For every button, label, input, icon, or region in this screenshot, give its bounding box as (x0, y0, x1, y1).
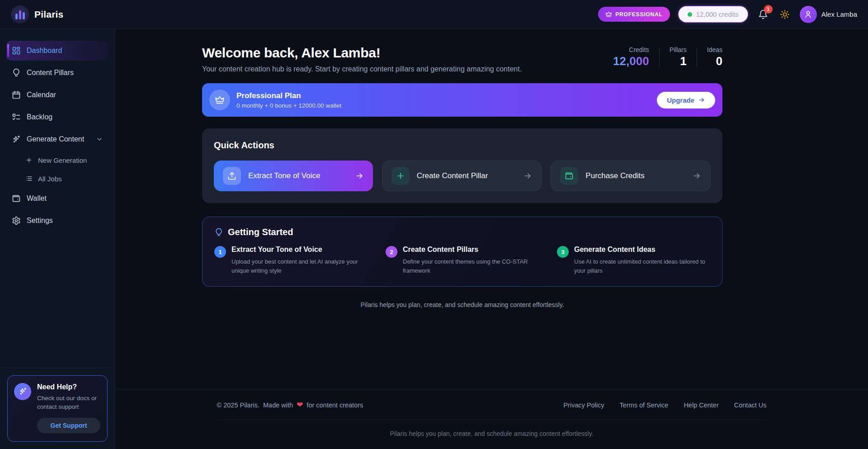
step-number-badge: 3 (557, 246, 569, 258)
help-card: Need Help? Check out our docs or contact… (7, 375, 108, 442)
sidebar-item-label: Content Pillars (27, 69, 74, 77)
upgrade-button[interactable]: Upgrade (657, 92, 715, 109)
divider (659, 48, 660, 67)
top-header: Pilaris PROFESSIONAL 12,000 credits 1 (0, 0, 868, 29)
user-menu[interactable]: Alex Lamba (800, 6, 857, 23)
brand[interactable]: Pilaris (11, 5, 63, 24)
get-support-button[interactable]: Get Support (37, 418, 100, 433)
sidebar-item-label: Generate Content (27, 135, 84, 143)
extract-tone-of-voice-button[interactable]: Extract Tone of Voice (214, 161, 373, 191)
step-title: Generate Content Ideas (574, 246, 710, 254)
footer-links: Privacy Policy Terms of Service Help Cen… (563, 402, 766, 409)
sparkles-help-icon (14, 383, 31, 400)
quick-actions-panel: Quick Actions Extract Tone of Voice (202, 128, 722, 203)
user-name: Alex Lamba (821, 10, 857, 18)
heart-icon: ❤ (297, 401, 303, 409)
theme-toggle-button[interactable] (778, 8, 792, 21)
upgrade-button-label: Upgrade (667, 96, 694, 104)
main-content: Welcome back, Alex Lamba! Your content c… (115, 29, 868, 449)
sidebar-item-settings[interactable]: Settings (6, 211, 108, 231)
divider (697, 48, 697, 67)
crown-icon (209, 90, 230, 110)
sidebar-item-wallet[interactable]: Wallet (6, 189, 108, 208)
sidebar-item-label: New Generation (38, 156, 87, 164)
upload-icon (223, 167, 241, 185)
step-title: Create Content Pillars (403, 246, 539, 254)
page-title: Welcome back, Alex Lamba! (202, 45, 522, 61)
logo-bar (23, 12, 25, 19)
action-label: Create Content Pillar (417, 171, 488, 180)
getting-started-step-1: 1 Extract Your Tone of Voice Upload your… (214, 246, 368, 275)
sidebar-item-backlog[interactable]: Backlog (6, 107, 108, 127)
step-number-badge: 2 (386, 246, 397, 258)
main-tagline: Pilaris helps you plan, create, and sche… (202, 301, 722, 308)
stat-value: 0 (707, 54, 722, 68)
notification-count-badge: 1 (764, 5, 773, 14)
header-actions: PROFESSIONAL 12,000 credits 1 Alex Lamba (598, 6, 857, 23)
quick-actions-title: Quick Actions (214, 140, 711, 151)
credits-pill[interactable]: 12,000 credits (678, 6, 748, 23)
footer-link-privacy-policy[interactable]: Privacy Policy (563, 402, 604, 409)
footer-link-help-center[interactable]: Help Center (684, 402, 718, 409)
made-with-suffix-text: for content creators (307, 402, 363, 409)
footer-link-contact-us[interactable]: Contact Us (734, 402, 767, 409)
sidebar-item-label: Backlog (27, 113, 52, 121)
arrow-right-icon (523, 171, 532, 180)
step-description: Upload your best content and let AI anal… (231, 257, 368, 275)
sidebar-item-generate-content[interactable]: Generate Content (6, 129, 108, 149)
crown-icon (605, 11, 612, 18)
sidebar-item-label: Settings (27, 217, 53, 225)
footer: © 2025 Pilaris. Made with ❤ for content … (115, 389, 868, 449)
sidebar-item-label: Calendar (27, 91, 56, 99)
credits-pill-label: 12,000 credits (696, 10, 739, 18)
sidebar-item-calendar[interactable]: Calendar (6, 85, 108, 105)
sidebar-item-new-generation[interactable]: New Generation (6, 151, 108, 169)
checklist-icon (12, 113, 21, 122)
help-card-description: Check out our docs or contact support (37, 394, 101, 411)
avatar (800, 6, 817, 23)
sidebar-nav: Dashboard Content Pillars Calendar Backl… (0, 29, 115, 231)
sidebar-item-label: Wallet (27, 194, 47, 203)
active-indicator (7, 44, 9, 57)
credits-status-dot (688, 12, 692, 17)
stat-pillars: Pillars 1 (670, 46, 687, 68)
getting-started-step-3: 3 Generate Content Ideas Use AI to creat… (557, 246, 710, 275)
logo-bar (15, 14, 18, 19)
step-description: Use AI to create unlimited content ideas… (574, 257, 710, 275)
chevron-down-icon (96, 136, 103, 143)
wallet-icon (560, 167, 578, 185)
gear-icon (12, 216, 21, 225)
step-title: Extract Your Tone of Voice (231, 246, 368, 254)
sidebar-item-label: All Jobs (38, 175, 62, 183)
help-card-title: Need Help? (37, 383, 101, 391)
notifications-button[interactable]: 1 (756, 8, 770, 21)
arrow-right-icon (355, 171, 364, 180)
lightbulb-icon (12, 68, 21, 77)
plan-badge[interactable]: PROFESSIONAL (598, 7, 670, 22)
list-icon (25, 175, 33, 182)
action-label: Extract Tone of Voice (248, 171, 320, 180)
plan-banner: Professional Plan 0 monthly + 0 bonus + … (202, 83, 722, 117)
made-with-text: Made with (263, 402, 293, 409)
stat-value: 1 (670, 54, 687, 68)
sidebar-bottom: Need Help? Check out our docs or contact… (0, 368, 115, 449)
sidebar: Dashboard Content Pillars Calendar Backl… (0, 29, 115, 449)
sparkles-icon (12, 135, 21, 144)
stat-label: Pillars (670, 46, 687, 53)
purchase-credits-button[interactable]: Purchase Credits (551, 161, 711, 191)
stat-label: Ideas (707, 46, 722, 53)
step-description: Define your content themes using the CO-… (403, 257, 539, 275)
create-content-pillar-button[interactable]: Create Content Pillar (382, 161, 542, 191)
calendar-icon (12, 90, 21, 99)
copyright-text: © 2025 Pilaris. (217, 402, 260, 409)
getting-started-step-2: 2 Create Content Pillars Define your con… (386, 246, 539, 275)
sidebar-item-all-jobs[interactable]: All Jobs (6, 170, 108, 187)
logo-bar (19, 10, 21, 19)
footer-copyright: © 2025 Pilaris. Made with ❤ for content … (217, 401, 363, 409)
sun-icon (780, 9, 790, 19)
sidebar-item-dashboard[interactable]: Dashboard (6, 41, 108, 61)
plan-badge-label: PROFESSIONAL (615, 11, 662, 18)
sidebar-item-content-pillars[interactable]: Content Pillars (6, 63, 108, 83)
plus-icon (392, 167, 410, 185)
footer-link-terms-of-service[interactable]: Terms of Service (619, 402, 668, 409)
